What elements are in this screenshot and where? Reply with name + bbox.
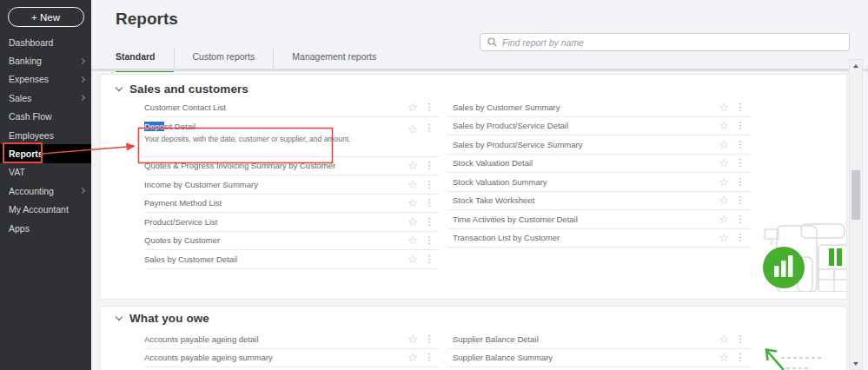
report-row[interactable]: Supplier Balance Detail ☆ ⋮: [447, 330, 751, 349]
report-name[interactable]: Customer Contact List: [144, 102, 403, 112]
star-icon[interactable]: ☆: [403, 216, 422, 228]
sidebar-item-apps[interactable]: Apps: [0, 219, 91, 237]
section-header[interactable]: Sales and customers: [101, 75, 846, 91]
report-row[interactable]: Accounts payable ageing summary ☆ ⋮: [144, 349, 440, 368]
report-row[interactable]: Sales by Product/Service Summary ☆ ⋮: [447, 135, 751, 155]
report-name[interactable]: Deposit Detail: [144, 122, 403, 131]
scroll-up-button[interactable]: [850, 60, 862, 71]
kebab-menu-icon[interactable]: ⋮: [422, 334, 436, 344]
report-row[interactable]: Accounts payable ageing detail ☆ ⋮: [144, 330, 440, 349]
kebab-menu-icon[interactable]: ⋮: [733, 195, 747, 205]
star-icon[interactable]: ☆: [714, 139, 733, 150]
star-icon[interactable]: ☆: [714, 214, 733, 225]
report-row[interactable]: Income by Customer Summary ☆ ⋮: [144, 175, 440, 195]
report-row[interactable]: Sales by Product/Service Detail ☆ ⋮: [447, 117, 751, 136]
kebab-menu-icon[interactable]: ⋮: [422, 217, 436, 227]
report-row[interactable]: Sales by Customer Summary ☆ ⋮: [447, 98, 751, 117]
report-row[interactable]: Stock Valuation Summary ☆ ⋮: [447, 173, 751, 192]
tab-custom-reports[interactable]: Custom reports: [174, 48, 274, 69]
report-name[interactable]: Accounts payable ageing summary: [144, 353, 403, 362]
sidebar-item-sales[interactable]: Sales: [0, 89, 91, 107]
kebab-menu-icon[interactable]: ⋮: [733, 215, 747, 224]
star-icon[interactable]: ☆: [403, 334, 422, 345]
new-button[interactable]: + New: [8, 7, 84, 27]
report-row[interactable]: Customer Contact List ☆ ⋮: [144, 98, 440, 117]
report-row[interactable]: Time Activities by Customer Detail ☆ ⋮: [447, 210, 751, 229]
report-row[interactable]: Sales by Customer Detail ☆ ⋮: [144, 250, 440, 269]
kebab-menu-icon[interactable]: ⋮: [422, 123, 436, 133]
sidebar-item-vat[interactable]: VAT: [0, 163, 91, 182]
kebab-menu-icon[interactable]: ⋮: [422, 254, 436, 264]
kebab-menu-icon[interactable]: ⋮: [422, 353, 436, 362]
star-icon[interactable]: ☆: [403, 235, 422, 246]
star-icon[interactable]: ☆: [714, 120, 733, 131]
scrollbar-thumb[interactable]: [851, 170, 860, 220]
report-name[interactable]: Sales by Customer Summary: [453, 102, 714, 112]
report-name[interactable]: Supplier Balance Summary: [453, 353, 714, 362]
report-name[interactable]: Quotes by Customer: [144, 235, 403, 245]
report-name[interactable]: Payment Method List: [144, 198, 403, 208]
star-icon[interactable]: ☆: [403, 179, 422, 190]
kebab-menu-icon[interactable]: ⋮: [733, 121, 747, 130]
report-row[interactable]: Product/Service List ☆ ⋮: [144, 213, 440, 232]
star-icon[interactable]: ☆: [714, 176, 733, 188]
report-row[interactable]: Payment Method List ☆ ⋮: [144, 195, 440, 214]
sidebar-item-banking[interactable]: Banking: [0, 51, 91, 69]
report-name[interactable]: Quotes & Progress Invoicing Summary by C…: [144, 161, 403, 170]
star-icon[interactable]: ☆: [403, 102, 422, 113]
star-icon[interactable]: ☆: [403, 123, 422, 135]
report-name[interactable]: Stock Valuation Summary: [453, 177, 714, 187]
tab-management-reports[interactable]: Management reports: [273, 48, 394, 69]
report-name[interactable]: Stock Take Worksheet: [453, 195, 714, 205]
star-icon[interactable]: ☆: [403, 352, 422, 363]
report-name[interactable]: Income by Customer Summary: [144, 180, 403, 189]
kebab-menu-icon[interactable]: ⋮: [733, 102, 747, 112]
kebab-menu-icon[interactable]: ⋮: [733, 177, 747, 187]
report-row[interactable]: Transaction List by Customer ☆ ⋮: [447, 229, 751, 248]
sidebar-item-expenses[interactable]: Expenses: [0, 70, 91, 89]
report-name[interactable]: Sales by Product/Service Detail: [453, 121, 714, 130]
kebab-menu-icon[interactable]: ⋮: [733, 334, 747, 344]
kebab-menu-icon[interactable]: ⋮: [422, 161, 436, 170]
kebab-menu-icon[interactable]: ⋮: [422, 180, 436, 189]
tab-standard[interactable]: Standard: [116, 48, 174, 69]
star-icon[interactable]: ☆: [403, 160, 422, 171]
star-icon[interactable]: ☆: [714, 102, 733, 113]
star-icon[interactable]: ☆: [714, 352, 733, 363]
star-icon[interactable]: ☆: [403, 197, 422, 208]
star-icon[interactable]: ☆: [714, 157, 733, 168]
kebab-menu-icon[interactable]: ⋮: [733, 158, 747, 168]
report-name[interactable]: Time Activities by Customer Detail: [453, 215, 714, 224]
section-header[interactable]: What you owe: [101, 307, 846, 323]
report-name[interactable]: Accounts payable ageing detail: [144, 334, 403, 344]
kebab-menu-icon[interactable]: ⋮: [733, 140, 747, 149]
sidebar-item-cash-flow[interactable]: Cash Flow: [0, 108, 91, 126]
report-row[interactable]: Deposit Detail Your deposits, with the d…: [144, 117, 440, 157]
kebab-menu-icon[interactable]: ⋮: [733, 233, 747, 242]
report-name[interactable]: Transaction List by Customer: [453, 233, 714, 242]
sidebar-item-reports[interactable]: Reports: [0, 144, 91, 162]
scroll-down-button[interactable]: [850, 358, 862, 369]
sidebar-item-employees[interactable]: Employees: [0, 126, 91, 144]
report-row[interactable]: Stock Valuation Detail ☆ ⋮: [447, 155, 751, 174]
kebab-menu-icon[interactable]: ⋮: [422, 235, 436, 245]
search-input[interactable]: [502, 34, 842, 50]
star-icon[interactable]: ☆: [714, 334, 733, 345]
sidebar-item-dashboard[interactable]: Dashboard: [0, 33, 91, 51]
kebab-menu-icon[interactable]: ⋮: [733, 353, 747, 362]
report-name[interactable]: Stock Valuation Detail: [453, 158, 714, 168]
star-icon[interactable]: ☆: [714, 195, 733, 206]
kebab-menu-icon[interactable]: ⋮: [422, 102, 436, 112]
report-name[interactable]: Sales by Customer Detail: [144, 254, 403, 264]
kebab-menu-icon[interactable]: ⋮: [422, 198, 436, 208]
sidebar-item-my-accountant[interactable]: My Accountant: [0, 201, 91, 219]
report-row[interactable]: Stock Take Worksheet ☆ ⋮: [447, 192, 751, 211]
report-row[interactable]: Supplier Balance Summary ☆ ⋮: [447, 349, 751, 368]
report-search[interactable]: [480, 33, 850, 51]
report-row[interactable]: Quotes by Customer ☆ ⋮: [144, 232, 440, 251]
report-name[interactable]: Product/Service List: [144, 217, 403, 227]
report-row[interactable]: Quotes & Progress Invoicing Summary by C…: [144, 157, 440, 176]
report-name[interactable]: Supplier Balance Detail: [453, 334, 714, 344]
star-icon[interactable]: ☆: [714, 232, 733, 243]
star-icon[interactable]: ☆: [403, 254, 422, 265]
